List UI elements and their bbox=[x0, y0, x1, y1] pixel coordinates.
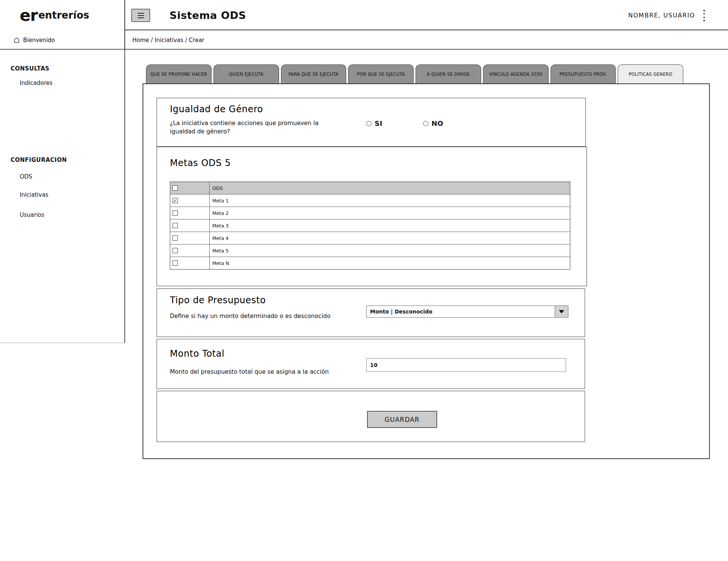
total-amount-description: Monto del presupuesto total que se asign… bbox=[170, 368, 329, 376]
row-checkbox[interactable] bbox=[173, 260, 178, 266]
tab-por-que-se-ejecuta[interactable]: POR QUE SE EJECUTA bbox=[348, 64, 414, 83]
logo-er-text: er bbox=[20, 6, 38, 25]
row-checkbox[interactable] bbox=[173, 210, 178, 216]
metas-section-title: Metas ODS 5 bbox=[170, 158, 231, 168]
table-row[interactable]: Meta 5 bbox=[170, 244, 570, 257]
sidebar-item-ods[interactable]: ODS bbox=[20, 173, 32, 180]
radio-si-label: SI bbox=[375, 119, 383, 127]
tab-politicas-genero[interactable]: POLITICAS GENERO bbox=[618, 64, 683, 83]
breadcrumb[interactable]: Home / Iniciativas / Crear bbox=[132, 30, 204, 50]
tab-que-se-propone-hacer[interactable]: QUE SE PROPONE HACER bbox=[146, 64, 212, 83]
row-label: Meta 2 bbox=[210, 207, 570, 219]
radio-no-circle-icon[interactable] bbox=[423, 121, 428, 126]
row-label: Meta 5 bbox=[210, 244, 570, 257]
table-row[interactable]: Meta 2 bbox=[170, 207, 570, 219]
sidebar-section-configuracion: CONFIGURACION bbox=[11, 157, 67, 163]
hamburger-menu-button[interactable] bbox=[131, 9, 150, 22]
row-checkbox[interactable] bbox=[173, 248, 178, 253]
metas-ods-section: Metas ODS 5 ODS ✓ Meta 1 Meta 2 Meta 3 M… bbox=[157, 147, 587, 286]
table-row[interactable]: Meta 3 bbox=[170, 219, 570, 232]
total-amount-section: Monto Total Monto del presupuesto total … bbox=[157, 339, 585, 389]
table-row[interactable]: Meta N bbox=[170, 257, 570, 269]
budget-type-section: Tipo de Presupuesto Define si hay un mon… bbox=[157, 288, 585, 337]
logo: er entreríos bbox=[0, 0, 125, 30]
sidebar-item-usuarios[interactable]: Usuarios bbox=[20, 212, 44, 218]
gender-section-title: Igualdad de Género bbox=[170, 104, 263, 114]
dropdown-selected-value: Monto | Desconocido bbox=[367, 306, 555, 317]
form-tabs: QUE SE PROPONE HACER QUIEN EJECUTA PARA … bbox=[146, 64, 683, 83]
table-row[interactable]: Meta 4 bbox=[170, 232, 570, 244]
sidebar-item-welcome[interactable]: Bienvenido bbox=[0, 30, 125, 50]
row-label: Meta N bbox=[210, 257, 570, 269]
kebab-menu-icon[interactable] bbox=[702, 10, 706, 21]
welcome-label: Bienvenido bbox=[23, 37, 55, 44]
save-section: GUARDAR bbox=[157, 391, 585, 442]
total-amount-input[interactable] bbox=[366, 358, 566, 372]
chevron-down-icon bbox=[559, 310, 564, 313]
tab-para-que-se-ejecuta[interactable]: PARA QUE SE EJECUTA bbox=[281, 64, 347, 83]
table-header-row: ODS bbox=[170, 182, 570, 194]
radio-no[interactable]: NO bbox=[423, 119, 443, 127]
row-checkbox-checked[interactable]: ✓ bbox=[173, 198, 178, 203]
select-all-checkbox[interactable] bbox=[173, 185, 178, 191]
gender-equality-section: Igualdad de Género ¿La iniciativa contie… bbox=[157, 98, 586, 147]
row-label: Meta 4 bbox=[210, 232, 570, 244]
home-icon bbox=[14, 37, 20, 43]
sidebar-section-consultas: CONSULTAS bbox=[11, 65, 49, 72]
page-title: Sistema ODS bbox=[169, 0, 246, 30]
radio-si-circle-icon[interactable] bbox=[366, 121, 372, 126]
breadcrumb-bar: Bienvenido Home / Iniciativas / Crear bbox=[0, 30, 728, 50]
metas-table: ODS ✓ Meta 1 Meta 2 Meta 3 Meta 4 Meta 5… bbox=[170, 182, 570, 270]
radio-si[interactable]: SI bbox=[366, 119, 383, 127]
tab-presupuesto-prov[interactable]: PRESUPUESTO PROV. bbox=[551, 64, 616, 83]
row-label: Meta 1 bbox=[210, 194, 570, 207]
table-row[interactable]: ✓ Meta 1 bbox=[170, 194, 570, 207]
dropdown-button[interactable] bbox=[555, 306, 568, 317]
sidebar: CONSULTAS Indicadores CONFIGURACION ODS … bbox=[0, 50, 125, 343]
budget-type-dropdown[interactable]: Monto | Desconocido bbox=[366, 306, 568, 318]
gender-question: ¿La iniciativa contiene acciones que pro… bbox=[170, 119, 339, 136]
row-checkbox[interactable] bbox=[173, 235, 178, 241]
budget-type-title: Tipo de Presupuesto bbox=[170, 295, 266, 306]
tab-a-quien-se-dirige[interactable]: A QUIEN SE DIRIGE bbox=[416, 64, 481, 83]
save-button[interactable]: GUARDAR bbox=[367, 411, 437, 428]
sidebar-item-indicadores[interactable]: Indicadores bbox=[20, 80, 53, 86]
user-menu-label[interactable]: NOMBRE, USUARIO bbox=[628, 0, 695, 30]
total-amount-title: Monto Total bbox=[170, 348, 224, 359]
radio-no-label: NO bbox=[431, 119, 443, 127]
tab-vinculo-agenda-2030[interactable]: VINCULO AGENDA 2030 bbox=[483, 64, 549, 83]
logo-entrerios-text: entreríos bbox=[38, 9, 89, 21]
column-header-ods: ODS bbox=[210, 182, 570, 194]
budget-type-description: Define si hay un monto determinado o es … bbox=[170, 312, 331, 321]
tab-quien-ejecuta[interactable]: QUIEN EJECUTA bbox=[213, 64, 279, 83]
row-label: Meta 3 bbox=[210, 219, 570, 232]
sidebar-item-iniciativas[interactable]: Iniciativas bbox=[20, 191, 49, 198]
hamburger-icon bbox=[138, 13, 144, 14]
top-bar: er entreríos Sistema ODS NOMBRE, USUARIO bbox=[0, 0, 728, 30]
row-checkbox[interactable] bbox=[173, 223, 178, 228]
